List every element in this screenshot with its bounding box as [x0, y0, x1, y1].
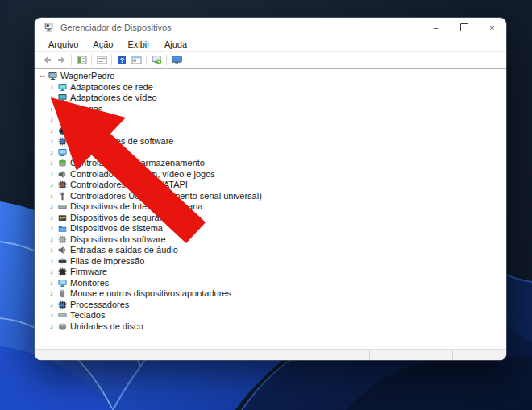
- tree-item-processadores[interactable]: ›Processadores: [35, 300, 506, 311]
- menu-acao[interactable]: Ação: [85, 39, 120, 50]
- tree-item-label: Mouse e outros dispositivos apontadores: [70, 288, 231, 299]
- printer-icon: [58, 257, 67, 266]
- tree-item-baterias[interactable]: ›Baterias: [35, 104, 506, 115]
- expand-chevron-icon[interactable]: ›: [48, 246, 56, 255]
- minimize-button[interactable]: –: [422, 18, 450, 37]
- collapse-chevron-icon[interactable]: ›: [38, 72, 47, 81]
- tree-item-label: Adaptadores de vídeo: [70, 93, 157, 103]
- show-console-tree-button[interactable]: [74, 53, 89, 67]
- tree-item-label: Componentes de software: [70, 136, 173, 147]
- tree-item-mouse-e-outros-dispositivos-apontadores[interactable]: ›Mouse e outros dispositivos apontadores: [35, 288, 506, 300]
- tree-item-controladores-de-som-video-e-jogos[interactable]: ›Controladores de som, vídeo e jogos: [35, 169, 506, 180]
- tree-item-label: Bluetooth: [70, 114, 107, 125]
- expand-chevron-icon[interactable]: ›: [48, 267, 56, 276]
- mouse-icon: [58, 289, 67, 298]
- tree-item-label: WagnerPedro: [60, 71, 114, 81]
- software-device-icon: [58, 235, 67, 244]
- scan-hardware-changes-button[interactable]: [149, 53, 164, 67]
- expand-chevron-icon[interactable]: ›: [48, 235, 56, 244]
- statusbar-pane: [369, 350, 452, 360]
- tree-item-controladores-usb[interactable]: ›Controladores USB (barramento serial un…: [35, 191, 506, 202]
- computer-icon: [58, 148, 67, 157]
- tree-item-root[interactable]: ›WagnerPedro: [35, 71, 506, 82]
- tree-item-label: Controladores USB (barramento serial uni…: [70, 191, 262, 201]
- expand-chevron-icon[interactable]: ›: [48, 257, 56, 266]
- expand-chevron-icon[interactable]: ›: [48, 224, 56, 233]
- audio-io-icon: [58, 246, 67, 255]
- device-manager-window: Gerenciador de Dispositivos –× ArquivoAç…: [35, 18, 506, 360]
- tree-item-dispositivos-de-seguranca[interactable]: ›Dispositivos de segurança: [35, 213, 506, 224]
- tree-item-dispositivos-do-software[interactable]: ›Dispositivos do software: [35, 234, 506, 246]
- tree-item-adaptadores-de-video[interactable]: ›Adaptadores de vídeo: [35, 93, 506, 104]
- tree-item-label: Firmware: [70, 267, 107, 277]
- tree-item-label: Controladores de som, vídeo e jogos: [70, 169, 215, 180]
- expand-chevron-icon[interactable]: ›: [48, 300, 56, 309]
- expand-chevron-icon[interactable]: ›: [48, 126, 56, 135]
- tree-item-label: Filas de impressão: [70, 256, 144, 267]
- tree-item-dispositivos-de-sistema[interactable]: ›Dispositivos de sistema: [35, 223, 506, 234]
- expand-chevron-icon[interactable]: ›: [48, 93, 56, 102]
- tree-item-firmware[interactable]: ›Firmware: [35, 267, 506, 278]
- expand-chevron-icon[interactable]: ›: [48, 115, 56, 124]
- expand-chevron-icon[interactable]: ›: [48, 180, 56, 189]
- tree-item-label: Dispositivos do software: [70, 234, 166, 245]
- maximize-button[interactable]: [450, 18, 478, 37]
- tree-item-componentes-de-software[interactable]: ›Componentes de software: [35, 136, 506, 147]
- help-button[interactable]: ?: [114, 53, 129, 67]
- tree-item-computador[interactable]: ›Computador: [35, 147, 506, 159]
- tree-item-cameras[interactable]: ›Câmeras: [35, 126, 506, 137]
- tree-item-adaptadores-de-rede[interactable]: ›Adaptadores de rede: [35, 82, 506, 93]
- tree-item-label: Dispositivos de sistema: [70, 223, 163, 234]
- expand-chevron-icon[interactable]: ›: [48, 202, 56, 211]
- window-title: Gerenciador de Dispositivos: [60, 23, 172, 32]
- menu-exibir[interactable]: Exibir: [120, 39, 157, 50]
- sound-controller-icon: [58, 170, 67, 179]
- expand-chevron-icon[interactable]: ›: [48, 213, 56, 222]
- tree-item-label: Adaptadores de rede: [70, 82, 153, 93]
- menu-arquivo[interactable]: Arquivo: [41, 39, 85, 50]
- menu-ajuda[interactable]: Ajuda: [157, 39, 194, 50]
- expand-chevron-icon[interactable]: ›: [48, 289, 56, 298]
- hid-icon: [58, 202, 67, 211]
- display-adapter-icon: [58, 93, 67, 102]
- expand-chevron-icon[interactable]: ›: [48, 83, 56, 92]
- expand-chevron-icon[interactable]: ›: [48, 170, 56, 179]
- back-arrow-button[interactable]: [39, 53, 54, 67]
- cpu-icon: [58, 300, 67, 309]
- tree-item-teclados[interactable]: ›Teclados: [35, 310, 506, 321]
- expand-chevron-icon[interactable]: ›: [48, 192, 56, 201]
- tree-item-label: Controladores de armazenamento: [70, 158, 205, 168]
- tree-item-label: Câmeras: [70, 126, 106, 136]
- console-window-button[interactable]: [129, 53, 143, 67]
- titlebar[interactable]: Gerenciador de Dispositivos –×: [35, 18, 506, 37]
- expand-chevron-icon[interactable]: ›: [48, 137, 56, 146]
- tree-item-controladores-ide-ata-atapi[interactable]: ›Controladores IDE ATA/ATAPI: [35, 180, 506, 191]
- expand-chevron-icon[interactable]: ›: [48, 159, 56, 168]
- expand-chevron-icon[interactable]: ›: [48, 279, 56, 288]
- properties-button[interactable]: [94, 53, 109, 67]
- forward-arrow-icon: [56, 55, 67, 65]
- tree-item-label: Dispositivos de segurança: [70, 213, 173, 223]
- tree-item-monitores[interactable]: ›Monitores: [35, 278, 506, 289]
- toolbar-separator: [91, 55, 92, 65]
- expand-chevron-icon[interactable]: ›: [48, 322, 56, 331]
- close-button[interactable]: ×: [478, 18, 506, 37]
- expand-chevron-icon[interactable]: ›: [48, 105, 56, 114]
- maximize-box-glyph: [460, 23, 468, 31]
- tree-item-bluetooth[interactable]: ›Bluetooth: [35, 114, 506, 126]
- tree-item-controladores-de-armazenamento[interactable]: ›Controladores de armazenamento: [35, 158, 506, 169]
- forward-arrow-button[interactable]: [54, 53, 69, 67]
- battery-icon: [58, 105, 67, 114]
- toolbar-separator: [111, 55, 112, 65]
- tree-item-filas-de-impressao[interactable]: ›Filas de impressão: [35, 256, 506, 267]
- expand-chevron-icon[interactable]: ›: [48, 148, 56, 157]
- keyboard-icon: [58, 311, 67, 320]
- expand-chevron-icon[interactable]: ›: [48, 311, 56, 320]
- ide-controller-icon: [58, 180, 67, 189]
- remote-desktop-button[interactable]: [169, 53, 184, 67]
- tree-item-entradas-e-saidas-de-audio[interactable]: ›Entradas e saídas de áudio: [35, 245, 506, 256]
- tree-item-dispositivos-de-interface-humana[interactable]: ›Dispositivos de Interface Humana: [35, 201, 506, 213]
- tree-item-label: Teclados: [70, 310, 105, 321]
- storage-controller-icon: [58, 159, 67, 168]
- tree-item-unidades-de-disco[interactable]: ›Unidades de disco: [35, 321, 506, 333]
